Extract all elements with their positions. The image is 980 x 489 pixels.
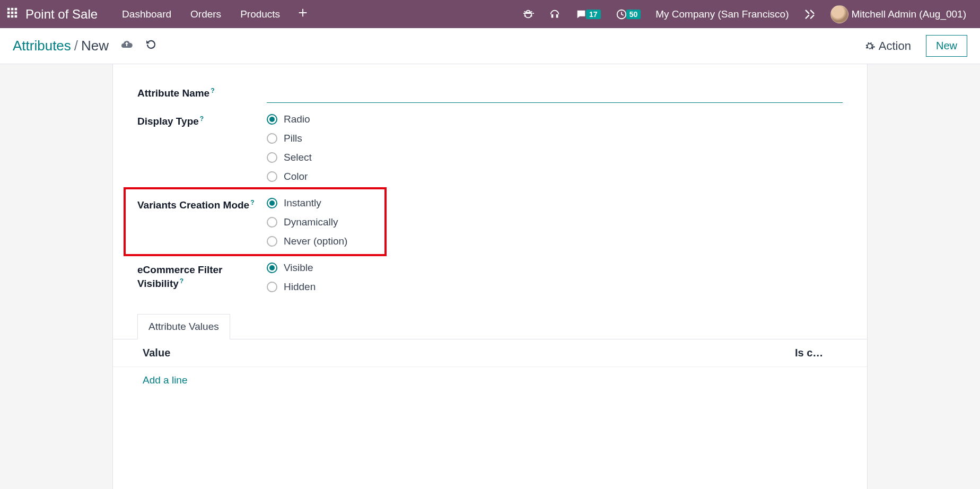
svg-rect-5 (15, 12, 18, 14)
sheet-scroll[interactable]: Attribute Name? Display Type? Radio Pill… (0, 64, 980, 489)
variants-mode-instantly-label: Instantly (284, 197, 321, 209)
help-attribute-name[interactable]: ? (211, 87, 214, 94)
display-type-select[interactable]: Select (267, 152, 843, 163)
svg-rect-0 (7, 8, 10, 11)
breadcrumb-current: New (81, 38, 109, 54)
discard-icon[interactable] (145, 38, 158, 54)
messages-icon[interactable]: 17 (568, 8, 608, 20)
radio-icon (267, 171, 277, 182)
tab-bar: Attribute Values (113, 314, 867, 339)
svg-rect-3 (7, 12, 10, 14)
apps-icon[interactable] (6, 7, 18, 21)
ecom-visible-label: Visible (284, 262, 313, 274)
user-menu[interactable]: Mitchell Admin (Aug_001) (823, 5, 974, 23)
svg-rect-1 (11, 8, 14, 11)
values-table-header: Value Is c… (113, 339, 867, 367)
save-cloud-icon[interactable] (120, 38, 133, 54)
company-name: My Company (San Francisco) (655, 8, 789, 20)
activities-icon[interactable]: 50 (608, 8, 649, 20)
row-ecom-visibility: eCommerce Filter Visibility? Visible Hid… (137, 262, 843, 293)
row-attribute-name: Attribute Name? (137, 85, 843, 103)
radio-icon (267, 236, 277, 247)
variants-mode-never-label: Never (option) (284, 235, 347, 247)
control-panel: Attributes / New Action New (0, 28, 980, 64)
label-ecom-visibility: eCommerce Filter Visibility? (137, 262, 267, 291)
variants-mode-never[interactable]: Never (option) (267, 235, 843, 247)
label-display-type: Display Type? (137, 113, 267, 128)
display-type-radio[interactable]: Radio (267, 113, 843, 125)
avatar (830, 5, 848, 23)
help-ecom-visibility[interactable]: ? (180, 277, 183, 285)
ecom-visibility-options: Visible Hidden (267, 262, 843, 293)
radio-icon (267, 152, 277, 163)
variants-mode-dynamically[interactable]: Dynamically (267, 216, 843, 228)
debug-icon[interactable] (515, 8, 541, 20)
help-variants-mode[interactable]: ? (250, 199, 254, 206)
values-table: Value Is c… Add a line (113, 339, 867, 394)
radio-icon (267, 282, 277, 292)
display-type-pills[interactable]: Pills (267, 133, 843, 144)
nav-orders[interactable]: Orders (181, 8, 231, 20)
help-display-type[interactable]: ? (200, 115, 204, 123)
display-type-radio-label: Radio (284, 113, 310, 125)
svg-rect-7 (11, 15, 14, 18)
col-is: Is c… (795, 347, 837, 359)
app-brand[interactable]: Point of Sale (25, 7, 98, 22)
nav-dashboard[interactable]: Dashboard (112, 8, 181, 20)
tab-attribute-values[interactable]: Attribute Values (137, 314, 230, 339)
company-switcher[interactable]: My Company (San Francisco) (648, 8, 796, 20)
new-button[interactable]: New (926, 35, 967, 57)
display-type-select-label: Select (284, 152, 312, 163)
topbar: Point of Sale Dashboard Orders Products … (0, 0, 980, 28)
svg-rect-6 (7, 15, 10, 18)
svg-rect-8 (15, 15, 18, 18)
row-display-type: Display Type? Radio Pills Select Color (137, 113, 843, 182)
label-display-type-text: Display Type (137, 116, 199, 127)
tools-icon[interactable] (797, 8, 823, 20)
user-name: Mitchell Admin (Aug_001) (852, 8, 967, 20)
variants-mode-options: Instantly Dynamically Never (option) (267, 197, 843, 247)
add-line[interactable]: Add a line (113, 367, 867, 394)
action-button[interactable]: Action (864, 39, 911, 53)
new-menu-icon[interactable] (290, 7, 316, 22)
label-attribute-name: Attribute Name? (137, 85, 267, 100)
variants-mode-dynamically-label: Dynamically (284, 216, 338, 228)
attribute-name-input[interactable] (267, 85, 843, 103)
radio-icon (267, 133, 277, 144)
ecom-visible[interactable]: Visible (267, 262, 843, 274)
display-type-color-label: Color (284, 171, 308, 182)
form-sheet: Attribute Name? Display Type? Radio Pill… (112, 64, 868, 489)
label-variants-mode-text: Variants Creation Mode (137, 199, 249, 211)
radio-icon (267, 114, 277, 125)
svg-rect-4 (11, 12, 14, 14)
nav-products[interactable]: Products (231, 8, 290, 20)
display-type-options: Radio Pills Select Color (267, 113, 843, 182)
activities-badge: 50 (626, 10, 641, 19)
messages-badge: 17 (586, 10, 601, 19)
label-attribute-name-text: Attribute Name (137, 88, 209, 99)
radio-icon (267, 217, 277, 228)
breadcrumb-separator: / (71, 38, 81, 54)
label-variants-mode: Variants Creation Mode? (137, 197, 267, 212)
ecom-hidden-label: Hidden (284, 281, 316, 293)
display-type-pills-label: Pills (284, 133, 302, 144)
svg-rect-2 (15, 8, 18, 11)
breadcrumb-parent[interactable]: Attributes (13, 38, 71, 54)
display-type-color[interactable]: Color (267, 171, 843, 182)
label-ecom-visibility-text: eCommerce Filter Visibility (137, 264, 223, 289)
radio-icon (267, 263, 277, 273)
col-value: Value (143, 347, 795, 359)
ecom-hidden[interactable]: Hidden (267, 281, 843, 293)
support-icon[interactable] (541, 8, 568, 20)
action-label: Action (879, 39, 911, 53)
variants-mode-instantly[interactable]: Instantly (267, 197, 843, 209)
row-variants-mode: Variants Creation Mode? Instantly Dynami… (137, 197, 843, 247)
radio-icon (267, 198, 277, 208)
